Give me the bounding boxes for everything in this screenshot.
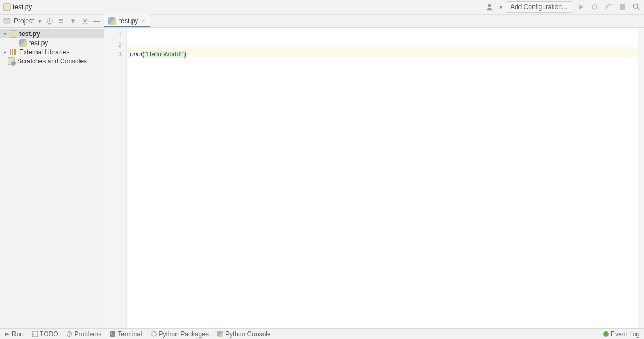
stop-icon[interactable] [617, 2, 628, 12]
bottom-py-console-label: Python Console [225, 330, 271, 338]
breadcrumb[interactable]: test.py [2, 3, 32, 11]
project-and-tabs-row: Project ▾ — test.py × [0, 15, 644, 28]
tree-root-label: test.py [19, 30, 40, 38]
svg-rect-8 [4, 18, 10, 20]
gutter-line: 1 [104, 30, 122, 40]
bottom-run[interactable]: Run [4, 330, 24, 338]
breadcrumb-file: test.py [13, 3, 32, 11]
close-icon[interactable]: × [141, 17, 145, 24]
tree-file-test-py[interactable]: test.py [0, 38, 104, 47]
tab-label: test.py [119, 17, 138, 25]
editor-gutter[interactable]: 1 2 3 [104, 28, 127, 328]
code-line-3: print("Hello World!") [130, 49, 638, 59]
bottom-todo[interactable]: TODO [32, 330, 58, 338]
run-icon[interactable] [575, 2, 586, 12]
top-toolbar: test.py ▾ Add Configuration... [0, 0, 644, 15]
svg-rect-28 [110, 331, 115, 337]
svg-line-22 [86, 18, 87, 19]
main-split: ▾ test.py test.py ▸ External Libraries S… [0, 28, 644, 328]
bottom-problems-label: Problems [74, 330, 101, 338]
svg-rect-4 [620, 4, 625, 10]
tab-test-py[interactable]: test.py × [104, 14, 150, 27]
svg-line-21 [86, 23, 87, 24]
bottom-event-log-label: Event Log [611, 330, 640, 338]
code-line-1 [130, 30, 638, 40]
editor-tabs: test.py × [104, 15, 644, 27]
svg-line-6 [638, 8, 640, 10]
bottom-toolbar: Run TODO Problems Terminal Python Packag… [0, 328, 644, 339]
libraries-icon [10, 49, 17, 55]
bottom-todo-label: TODO [40, 330, 58, 338]
svg-point-1 [592, 5, 597, 9]
code-editor[interactable]: 1 2 3 print("Hello World!") [104, 28, 644, 328]
folder-icon [10, 30, 17, 38]
project-panel-label: Project [14, 17, 34, 25]
tree-scratches[interactable]: Scratches and Consoles [0, 56, 104, 66]
user-icon[interactable] [484, 2, 495, 12]
bottom-run-label: Run [12, 330, 24, 338]
tree-file-label: test.py [29, 39, 48, 47]
bottom-python-console[interactable]: Python Console [217, 330, 271, 338]
editor-marker-stripe[interactable] [638, 28, 644, 328]
svg-rect-24 [32, 331, 38, 337]
bottom-terminal-label: Terminal [118, 330, 142, 338]
chevron-down-icon[interactable]: ▾ [2, 31, 8, 37]
code-close-paren: ) [184, 51, 186, 58]
expand-all-icon[interactable] [57, 17, 65, 25]
debug-icon[interactable] [589, 2, 600, 12]
python-file-icon [108, 17, 116, 25]
text-cursor [540, 41, 540, 49]
gutter-line: 2 [104, 40, 122, 49]
project-panel-header[interactable]: Project ▾ — [0, 15, 104, 27]
tree-root[interactable]: ▾ test.py [0, 29, 104, 38]
folder-icon [3, 3, 11, 11]
chevron-down-icon[interactable]: ▾ [499, 3, 502, 11]
svg-point-0 [488, 4, 491, 7]
tree-external-libraries[interactable]: ▸ External Libraries [0, 47, 104, 56]
tree-ext-libs-label: External Libraries [19, 48, 69, 56]
svg-point-10 [49, 20, 50, 22]
scratches-icon [8, 57, 15, 65]
code-string: "Hello World!" [144, 51, 184, 58]
status-ok-icon [603, 331, 609, 337]
bottom-py-packages-label: Python Packages [159, 330, 209, 338]
gutter-line-current: 3 [104, 49, 122, 59]
python-file-icon [217, 331, 223, 337]
code-keyword: print [130, 51, 142, 58]
collapse-all-icon[interactable] [69, 17, 77, 25]
chevron-down-icon[interactable]: ▾ [38, 17, 41, 25]
svg-line-23 [82, 23, 83, 24]
tree-scratches-label: Scratches and Consoles [17, 57, 87, 65]
bottom-python-packages[interactable]: Python Packages [151, 330, 209, 338]
run-with-coverage-icon[interactable] [603, 2, 614, 12]
bottom-terminal[interactable]: Terminal [110, 330, 142, 338]
project-tool-icon [3, 17, 11, 26]
svg-point-5 [633, 4, 638, 8]
svg-point-15 [84, 20, 86, 22]
add-configuration-label: Add Configuration... [510, 3, 567, 11]
hide-icon[interactable]: — [93, 17, 100, 25]
svg-point-27 [69, 335, 70, 336]
python-file-icon [19, 39, 27, 47]
bottom-problems[interactable]: Problems [67, 330, 101, 338]
project-tree[interactable]: ▾ test.py test.py ▸ External Libraries S… [0, 28, 104, 328]
right-margin-guide [567, 28, 567, 328]
bottom-event-log[interactable]: Event Log [603, 330, 640, 338]
gear-icon[interactable] [81, 17, 89, 25]
locate-icon[interactable] [46, 17, 53, 25]
search-icon[interactable] [631, 2, 642, 12]
add-configuration-button[interactable]: Add Configuration... [506, 1, 572, 13]
svg-line-20 [82, 18, 83, 19]
chevron-right-icon[interactable]: ▸ [2, 49, 8, 55]
code-area[interactable]: print("Hello World!") [127, 28, 638, 328]
